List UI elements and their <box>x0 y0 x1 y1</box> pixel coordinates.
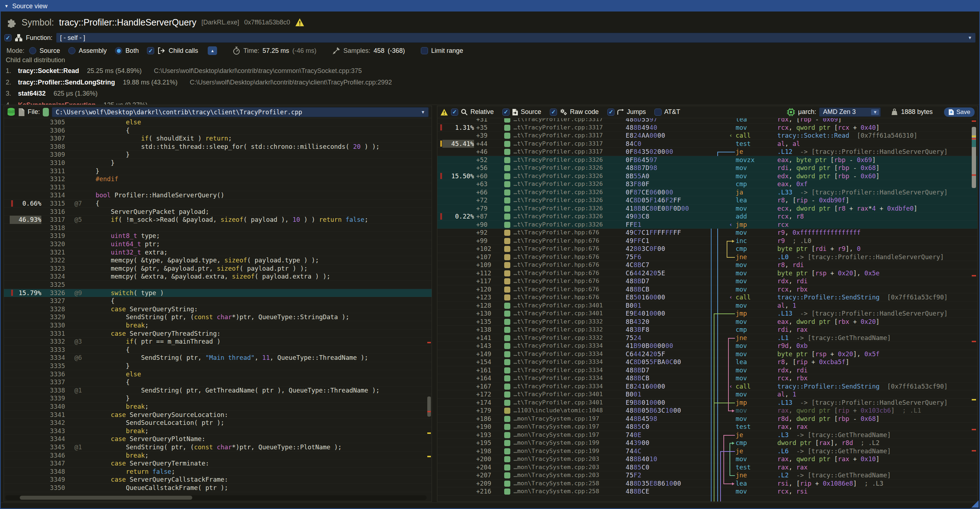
assembly-row[interactable]: +207…mon\TracySystem.cpp:20375F2jne.L2 -… <box>438 471 977 480</box>
assembly-row[interactable]: +193…mon\TracySystem.cpp:197740Eje.L3 ->… <box>438 431 977 439</box>
child-call-item[interactable]: 2.tracy::Profiler::SendLongString19.88 m… <box>6 79 392 86</box>
source-line[interactable]: 3306 { <box>4 127 431 135</box>
assembly-row[interactable]: +79…t\TracyProfiler.cpp:3326418B8C80E0BF… <box>438 205 977 213</box>
assembly-row[interactable]: +99…t\TracyProfiler.hpp:67649FFC1incr9 ;… <box>438 237 977 245</box>
source-line[interactable]: 3321 uint32_t extra; <box>4 248 431 257</box>
assembly-row[interactable]: +172…t\TracyProfiler.cpp:3401B001moval, … <box>438 390 977 399</box>
assembly-row[interactable]: 1.31%+35…t\TracyProfiler.cpp:3317488B494… <box>438 124 977 132</box>
assembly-row[interactable]: +92…t\TracyProfiler.hpp:67649C7C1FFFFFFF… <box>438 229 977 237</box>
source-line[interactable]: 3307 if( shouldExit ) return; <box>4 134 431 143</box>
assembly-row[interactable]: +186…mon\TracySystem.cpp:197448B4598movr… <box>438 415 977 423</box>
assembly-row[interactable]: +141…t\TracyProfiler.cpp:33327524jne.L1 … <box>438 334 977 342</box>
assembly-row[interactable]: +102…t\TracyProfiler.hpp:67642803C0F00cm… <box>438 245 977 253</box>
source-line[interactable]: 3308 std::this_thread::sleep_for( std::c… <box>4 143 431 151</box>
source-line[interactable]: 3343 break; <box>4 427 431 435</box>
source-line[interactable]: 3336 else <box>4 370 431 379</box>
source-line[interactable]: 3332@3 if( ptr == m_mainThread ) <box>4 337 431 346</box>
source-line[interactable]: 3314bool Profiler::HandleServerQuery() <box>4 191 431 199</box>
assembly-row[interactable]: +72…t\TracyProfiler.cpp:33264C8D05F146F2… <box>438 196 977 205</box>
assembly-row[interactable]: +120…t\TracyProfiler.hpp:676488BCBmovrcx… <box>438 285 977 294</box>
source-line[interactable]: 46.93%3317@5 if( !m_sock->Read( &payload… <box>4 216 431 224</box>
child-call-item[interactable]: 3.stat64i32625 μs (1.36%) <box>6 90 98 97</box>
march-combo[interactable]: AMD Zen 3 ▼ <box>819 108 881 117</box>
assembly-row[interactable]: +138…t\TracyProfiler.cpp:3332483BF8cmprd… <box>438 326 977 334</box>
assembly-row[interactable]: +161…t\TracyProfiler.cpp:3334488BD7movrd… <box>438 366 977 375</box>
collapse-triangle-icon[interactable]: ▼ <box>4 3 9 9</box>
source-line[interactable]: 0.66%3315@7{ <box>4 199 431 208</box>
source-line[interactable]: 3350 QueueCallstackFrame( ptr ); <box>4 484 431 492</box>
assembly-row[interactable]: +143…t\TracyProfiler.cpp:333441B90B00000… <box>438 342 977 350</box>
source-line[interactable]: 3338@1 SendString( ptr, GetThreadName( p… <box>4 387 431 395</box>
assembly-row[interactable]: +154…t\TracyProfiler.cpp:33344C8D055FBA0… <box>438 358 977 366</box>
child-calls-checkbox[interactable] <box>147 47 154 54</box>
assembly-row[interactable]: +107…t\TracyProfiler.hpp:67675F6jne.L0 -… <box>438 253 977 261</box>
mode-radio-both[interactable] <box>115 47 122 54</box>
assembly-row[interactable]: +109…t\TracyProfiler.hpp:6764C8BC7movr8,… <box>438 261 977 269</box>
child-call-item[interactable]: 1.tracy::Socket::Read25.25 ms (54.89%)C:… <box>6 67 362 75</box>
assembly-row[interactable]: +130…t\TracyProfiler.cpp:3401E9E4010000j… <box>438 310 977 318</box>
assembly-row[interactable]: +52…t\TracyProfiler.cpp:33260FB64597movz… <box>438 156 977 164</box>
assembly-row[interactable]: +66…t\TracyProfiler.cpp:33260F87CE060000… <box>438 188 977 197</box>
source-line[interactable]: 3347 case ServerQueryTerminate: <box>4 460 431 468</box>
source-line[interactable]: 3310 } <box>4 159 431 167</box>
source-line[interactable]: 3322 memcpy( &type, &payload.type, sizeo… <box>4 256 431 264</box>
source-line[interactable]: 3333 { <box>4 346 431 354</box>
assembly-row[interactable]: +90…t\TracyProfiler.cpp:3326FFE1jmp‹rcx <box>438 221 977 229</box>
source-line[interactable]: 3339 } <box>4 394 431 402</box>
source-line[interactable]: 3323 memcpy( &ptr, &payload.ptr, sizeof(… <box>4 264 431 273</box>
toggle-jumps[interactable]: Jumps <box>607 108 646 116</box>
assembly-row[interactable]: +164…t\TracyProfiler.cpp:3334488BCBmovrc… <box>438 374 977 382</box>
assembly-row[interactable]: +31…t\TracyProfiler.cpp:3317488D5597lear… <box>438 118 977 124</box>
assembly-row[interactable]: +149…t\TracyProfiler.cpp:3334C64424205Fm… <box>438 350 977 358</box>
source-line[interactable]: 3344 case ServerQueryPlotName: <box>4 435 431 443</box>
source-code-listing[interactable]: 3305 else3306 {3307 if( shouldExit ) ret… <box>4 118 431 501</box>
source-line[interactable]: 3337 { <box>4 378 431 387</box>
limit-range-checkbox[interactable] <box>421 47 428 54</box>
assembly-row[interactable]: 45.41%+44…t\TracyProfiler.cpp:331784C0te… <box>438 140 977 148</box>
assembly-row[interactable]: +195…mon\TracySystem.cpp:199443900cmpdwo… <box>438 439 977 447</box>
assembly-row[interactable]: +179…1103\include\atomic:1048488B05B63C1… <box>438 407 977 415</box>
assembly-row[interactable]: +216…mon\TracySystem.cpp:258488BCEmovrcx… <box>438 487 977 496</box>
source-line[interactable]: 3312#endif <box>4 175 431 183</box>
assembly-row[interactable]: +117…t\TracyProfiler.hpp:676488BD7movrdx… <box>438 277 977 285</box>
assembly-row[interactable]: +135…t\TracyProfiler.cpp:33328B4320movea… <box>438 318 977 326</box>
toggle-jumps-checkbox[interactable] <box>607 108 614 116</box>
source-line[interactable]: 3305 else <box>4 118 431 127</box>
source-horizontal-scrollbar[interactable] <box>5 495 426 500</box>
assembly-row[interactable]: +204…mon\TracySystem.cpp:2034885C0testra… <box>438 463 977 472</box>
mode-radio-source[interactable] <box>29 47 36 54</box>
assembly-row[interactable]: +200…mon\TracySystem.cpp:203488B4010movr… <box>438 455 977 463</box>
toggle-relative-checkbox[interactable] <box>451 108 458 116</box>
toggle-at-t[interactable]: AT&T <box>654 108 680 116</box>
source-line[interactable]: 3330 break; <box>4 321 431 329</box>
source-line[interactable]: 3329 SendString( ptr, (const char*)ptr, … <box>4 313 431 321</box>
source-line[interactable]: 3328 case ServerQueryString: <box>4 305 431 313</box>
toggle-raw-code[interactable]: Raw code <box>550 108 599 116</box>
child-call-item[interactable]: 4.KeSynchronizeExecution125 μs (0.27%) <box>6 101 148 105</box>
save-button[interactable]: Save <box>944 108 975 117</box>
toggle-source-checkbox[interactable] <box>503 108 509 116</box>
function-combo[interactable]: [ - self - ] ▼ <box>56 33 976 43</box>
assembly-row[interactable]: +39…t\TracyProfiler.cpp:3317E824AA0000ca… <box>438 132 977 140</box>
source-line[interactable]: 3335 } <box>4 362 431 370</box>
assembly-listing[interactable]: +31…t\TracyProfiler.cpp:3317488D5597lear… <box>438 118 977 501</box>
source-line[interactable]: 3319 uint8_t type; <box>4 232 431 240</box>
assembly-row[interactable]: +63…t\TracyProfiler.cpp:332683F80Fcmpeax… <box>438 180 977 188</box>
collapse-child-calls-button[interactable]: ▲ <box>208 46 217 55</box>
file-combo[interactable]: C:\Users\wolf\Desktop\darkrl\contrib\tra… <box>52 107 429 117</box>
source-line[interactable]: 3327 { <box>4 297 431 305</box>
source-line[interactable]: 3334@6 SendString( ptr, "Main thread", 1… <box>4 354 431 362</box>
assembly-row[interactable]: +198…mon\TracySystem.cpp:199744Cje.L6 ->… <box>438 447 977 455</box>
source-line[interactable]: 3346 break; <box>4 452 431 460</box>
source-line[interactable]: 3309 } <box>4 151 431 159</box>
source-line[interactable]: 3340 break; <box>4 402 431 411</box>
source-line[interactable]: 15.79%3326@9 switch( type ) <box>4 289 431 297</box>
assembly-row[interactable]: 0.22%+87…t\TracyProfiler.cpp:33264903C8a… <box>438 212 977 221</box>
source-line[interactable]: 3341 case ServerQuerySourceLocation: <box>4 411 431 419</box>
titlebar[interactable]: ▼ Source view <box>1 1 979 11</box>
source-line[interactable]: 3318 <box>4 224 431 232</box>
assembly-row[interactable]: +190…mon\TracySystem.cpp:1974885C0testra… <box>438 423 977 431</box>
source-line[interactable]: 3313 <box>4 183 431 192</box>
assembly-row[interactable]: +112…t\TracyProfiler.hpp:676C64424205Emo… <box>438 269 977 277</box>
source-line[interactable]: 3325 <box>4 281 431 289</box>
